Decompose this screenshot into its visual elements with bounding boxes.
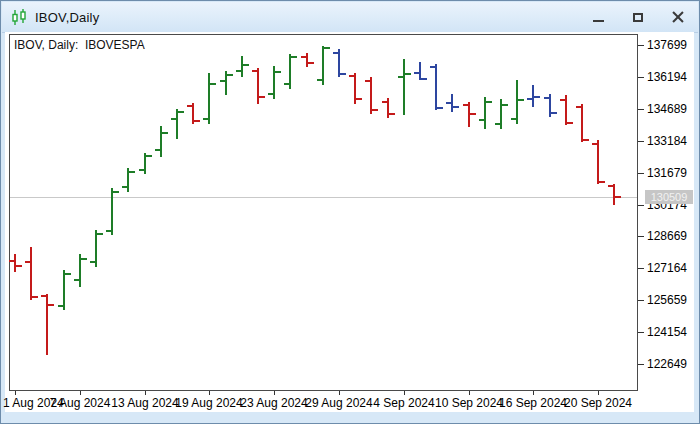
ohlc-close-tick [65,273,71,275]
symbol-label: IBOV, Daily: IBOVESPA [14,38,145,52]
time-scale-tick [404,391,405,395]
ohlc-close-tick [340,73,346,75]
minimize-button[interactable] [586,6,610,28]
ohlc-close-tick [583,139,589,141]
ohlc-close-tick [146,155,152,157]
ohlc-bar-line [581,104,583,142]
price-scale-label: 127164 [647,261,687,275]
ohlc-open-tick [171,118,177,120]
ohlc-close-tick [389,113,395,115]
ohlc-open-tick [398,76,404,78]
ohlc-open-tick [560,99,566,101]
time-scale[interactable]: 1 Aug 20247 Aug 202413 Aug 202419 Aug 20… [9,391,638,411]
current-price-tag: 130509 [645,190,693,204]
ohlc-open-tick [90,261,96,263]
minimize-icon [593,20,604,22]
ohlc-close-tick [551,112,557,114]
current-price-line [10,197,637,198]
ohlc-close-tick [356,98,362,100]
ohlc-close-tick [32,296,38,298]
ohlc-close-tick [113,191,119,193]
price-scale-tick [638,364,644,365]
ohlc-close-tick [129,171,135,173]
ohlc-open-tick [463,104,469,106]
time-scale-tick [533,391,534,395]
ohlc-open-tick [187,105,193,107]
ohlc-open-tick [592,143,598,145]
ohlc-close-tick [308,62,314,64]
maximize-button[interactable] [626,6,650,28]
ohlc-open-tick [544,97,550,99]
ohlc-close-tick [16,265,22,267]
ohlc-close-tick [275,71,281,73]
ohlc-open-tick [9,260,15,262]
ohlc-close-tick [518,99,524,101]
maximize-icon [633,13,643,22]
ohlc-open-tick [365,80,371,82]
price-scale-tick [638,300,644,301]
price-scale-label: 128669 [647,229,687,243]
price-scale[interactable]: 130509 137699136194134689133184131679130… [638,32,694,412]
ohlc-open-tick [479,119,485,121]
ohlc-open-tick [301,56,307,58]
time-scale-label: 20 Sep 2024 [558,396,638,410]
chart-window: { "window": { "title": "IBOV,Daily", "ti… [0,0,700,424]
close-button[interactable] [666,6,690,28]
ohlc-close-tick [48,304,54,306]
ohlc-open-tick [576,106,582,108]
ohlc-open-tick [333,52,339,54]
ohlc-close-tick [405,73,411,75]
ohlc-bar-line [176,109,178,139]
close-icon [672,11,684,23]
ohlc-open-tick [527,98,533,100]
ohlc-close-tick [486,101,492,103]
time-scale-tick [80,391,81,395]
price-scale-tick [638,236,644,237]
price-scale-tick [638,109,644,110]
ohlc-bar-line [111,188,113,235]
ohlc-bar-line [208,73,210,124]
ohlc-bar-line [30,247,32,300]
ohlc-open-tick [414,72,420,74]
price-scale-label: 133184 [647,134,687,148]
ohlc-open-tick [25,261,31,263]
ohlc-close-tick [421,78,427,80]
time-scale-tick [469,391,470,395]
time-scale-tick [209,391,210,395]
ohlc-open-tick [58,305,64,307]
ohlc-close-tick [615,196,621,198]
ohlc-open-tick [74,279,80,281]
ohlc-close-tick [162,132,168,134]
ohlc-close-tick [372,109,378,111]
ohlc-bar-line [403,59,405,115]
ohlc-open-tick [284,83,290,85]
ohlc-open-tick [446,102,452,104]
chart-client-area: IBOV, Daily: IBOVESPA 130509 13769913619… [5,32,694,412]
ohlc-close-tick [470,113,476,115]
candlestick-chart-icon [11,9,28,26]
ohlc-bar-line [160,126,162,157]
ohlc-open-tick [382,101,388,103]
ohlc-open-tick [139,169,145,171]
time-scale-tick [274,391,275,395]
ohlc-open-tick [203,118,209,120]
ohlc-open-tick [106,230,112,232]
ohlc-bar-line [257,68,259,104]
ohlc-open-tick [252,70,258,72]
ohlc-bar-line [613,184,615,205]
price-scale-label: 125659 [647,293,687,307]
ohlc-close-tick [178,111,184,113]
window-titlebar[interactable]: IBOV,Daily [2,2,698,33]
ohlc-open-tick [220,80,226,82]
ohlc-close-tick [194,120,200,122]
chart-window-frame: IBOV,Daily IBOV, Daily: IBOVESPA 130509 … [0,0,700,424]
price-scale-label: 134689 [647,102,687,116]
ohlc-open-tick [317,79,323,81]
ohlc-open-tick [349,75,355,77]
price-scale-label: 122649 [647,357,687,371]
ohlc-open-tick [608,185,614,187]
ohlc-close-tick [502,104,508,106]
ohlc-open-tick [155,149,161,151]
ohlc-close-tick [81,258,87,260]
price-chart-plot[interactable]: IBOV, Daily: IBOVESPA [9,34,638,391]
